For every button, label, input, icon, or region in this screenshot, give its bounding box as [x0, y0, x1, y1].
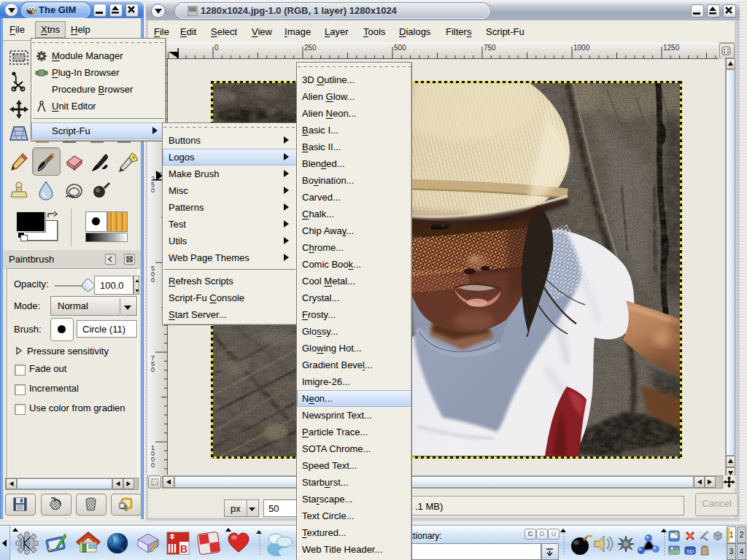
svg-text:250: 250: [304, 44, 317, 52]
svg-text:0: 0: [214, 44, 219, 52]
svg-text:SD: SD: [686, 548, 694, 555]
svg-text:750: 750: [484, 44, 496, 52]
svg-text:0: 0: [151, 366, 155, 373]
svg-text:1000: 1000: [573, 44, 590, 52]
svg-text:0: 0: [151, 276, 155, 284]
svg-text:0: 0: [151, 187, 155, 194]
svg-text:500: 500: [394, 44, 406, 52]
svg-text:B: B: [180, 543, 187, 555]
svg-text:0: 0: [151, 462, 155, 469]
svg-text:1250: 1250: [663, 44, 680, 52]
